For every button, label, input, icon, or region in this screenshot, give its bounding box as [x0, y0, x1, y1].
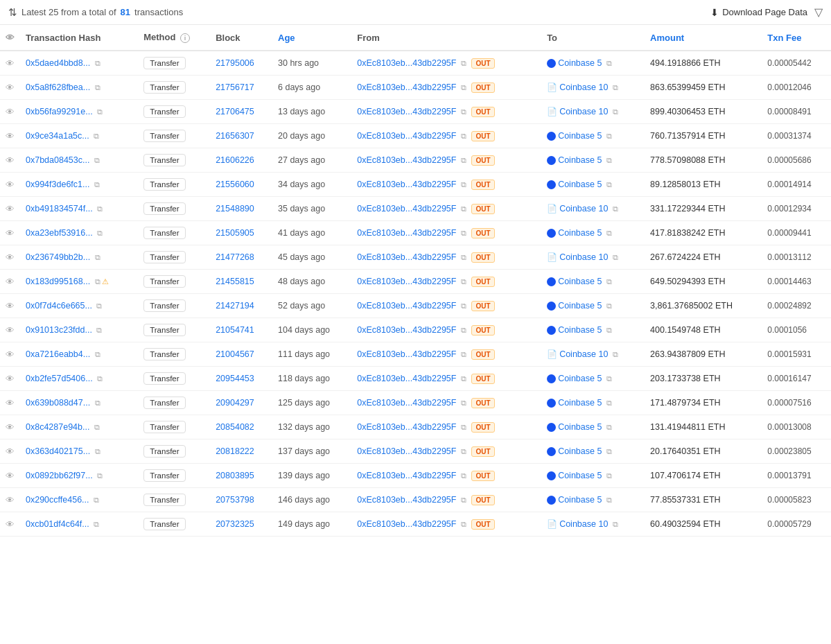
- to-address-link[interactable]: Coinbase 5: [558, 422, 602, 432]
- eye-icon[interactable]: 👁: [6, 519, 15, 530]
- copy-hash-icon[interactable]: ⧉: [94, 180, 100, 189]
- eye-icon[interactable]: 👁: [6, 495, 15, 505]
- tx-hash-link[interactable]: 0x9ce34a1a5c...: [26, 131, 89, 141]
- copy-hash-icon[interactable]: ⧉: [94, 423, 100, 431]
- block-link[interactable]: 21477268: [216, 252, 254, 262]
- copy-to-icon[interactable]: ⧉: [606, 59, 612, 67]
- block-link[interactable]: 20753798: [216, 495, 254, 505]
- from-address-link[interactable]: 0xEc8103eb...43db2295F: [357, 349, 456, 359]
- tx-hash-link[interactable]: 0xcb01df4c64f...: [26, 519, 89, 529]
- to-address-link[interactable]: Coinbase 10: [559, 349, 608, 359]
- block-link[interactable]: 21656307: [216, 131, 254, 141]
- tx-hash-link[interactable]: 0x183d995168...: [26, 277, 90, 286]
- to-address-link[interactable]: Coinbase 5: [558, 58, 602, 68]
- to-address-link[interactable]: Coinbase 5: [558, 398, 602, 408]
- block-link[interactable]: 20854082: [216, 422, 254, 432]
- tx-hash-link[interactable]: 0x0f7d4c6e665...: [26, 301, 92, 311]
- from-address-link[interactable]: 0xEc8103eb...43db2295F: [357, 180, 456, 189]
- block-link[interactable]: 21548890: [216, 204, 254, 214]
- tx-hash-link[interactable]: 0xa7216eabb4...: [26, 349, 90, 359]
- to-address-link[interactable]: Coinbase 5: [558, 495, 602, 505]
- copy-to-icon[interactable]: ⧉: [606, 447, 612, 455]
- copy-to-icon[interactable]: ⧉: [613, 83, 618, 92]
- copy-hash-icon[interactable]: ⧉: [94, 156, 100, 164]
- to-address-link[interactable]: Coinbase 5: [558, 374, 602, 383]
- eye-icon[interactable]: 👁: [6, 325, 15, 336]
- copy-hash-icon[interactable]: ⧉: [95, 59, 100, 67]
- to-address-link[interactable]: Coinbase 10: [559, 82, 608, 92]
- tx-hash-link[interactable]: 0xb56fa99291e...: [26, 107, 93, 116]
- copy-from-icon[interactable]: ⧉: [461, 107, 466, 116]
- copy-from-icon[interactable]: ⧉: [461, 326, 466, 334]
- from-address-link[interactable]: 0xEc8103eb...43db2295F: [357, 495, 456, 505]
- copy-hash-icon[interactable]: ⧉: [95, 447, 100, 455]
- tx-hash-link[interactable]: 0x5daed4bbd8...: [26, 58, 90, 68]
- copy-from-icon[interactable]: ⧉: [461, 229, 466, 237]
- to-address-link[interactable]: Coinbase 5: [558, 131, 602, 141]
- copy-to-icon[interactable]: ⧉: [606, 132, 612, 140]
- from-address-link[interactable]: 0xEc8103eb...43db2295F: [357, 107, 456, 116]
- to-address-link[interactable]: Coinbase 5: [558, 228, 602, 238]
- from-address-link[interactable]: 0xEc8103eb...43db2295F: [357, 398, 456, 408]
- tx-hash-link[interactable]: 0x91013c23fdd...: [26, 325, 92, 335]
- copy-to-icon[interactable]: ⧉: [606, 423, 612, 431]
- from-address-link[interactable]: 0xEc8103eb...43db2295F: [357, 446, 456, 456]
- block-link[interactable]: 21706475: [216, 107, 254, 116]
- eye-icon[interactable]: 👁: [6, 301, 15, 311]
- copy-hash-icon[interactable]: ⧉: [95, 350, 100, 358]
- copy-hash-icon[interactable]: ⧉: [97, 107, 103, 116]
- copy-to-icon[interactable]: ⧉: [613, 350, 618, 358]
- eye-icon[interactable]: 👁: [6, 446, 15, 457]
- from-address-link[interactable]: 0xEc8103eb...43db2295F: [357, 228, 456, 238]
- copy-hash-icon[interactable]: ⧉: [94, 132, 99, 140]
- copy-to-icon[interactable]: ⧉: [606, 399, 612, 407]
- copy-from-icon[interactable]: ⧉: [461, 423, 466, 431]
- copy-from-icon[interactable]: ⧉: [461, 59, 466, 67]
- copy-hash-icon[interactable]: ⧉: [94, 496, 99, 504]
- block-link[interactable]: 20803895: [216, 471, 254, 480]
- tx-hash-link[interactable]: 0x994f3de6fc1...: [26, 180, 89, 189]
- copy-to-icon[interactable]: ⧉: [613, 107, 618, 116]
- copy-to-icon[interactable]: ⧉: [606, 326, 612, 334]
- copy-to-icon[interactable]: ⧉: [606, 471, 612, 480]
- tx-hash-link[interactable]: 0x363d402175...: [26, 446, 90, 456]
- copy-hash-icon[interactable]: ⧉: [95, 399, 100, 407]
- from-address-link[interactable]: 0xEc8103eb...43db2295F: [357, 277, 456, 286]
- eye-icon[interactable]: 👁: [6, 204, 15, 214]
- copy-to-icon[interactable]: ⧉: [606, 302, 612, 310]
- to-address-link[interactable]: Coinbase 10: [559, 252, 608, 262]
- copy-hash-icon[interactable]: ⧉: [97, 229, 103, 237]
- eye-icon[interactable]: 👁: [6, 58, 15, 69]
- block-link[interactable]: 20954453: [216, 374, 254, 383]
- to-address-link[interactable]: Coinbase 5: [558, 277, 602, 286]
- eye-icon[interactable]: 👁: [6, 349, 15, 360]
- block-link[interactable]: 21606226: [216, 155, 254, 165]
- copy-hash-icon[interactable]: ⧉: [97, 471, 103, 480]
- eye-icon[interactable]: 👁: [6, 180, 15, 190]
- copy-to-icon[interactable]: ⧉: [606, 496, 612, 504]
- copy-to-icon[interactable]: ⧉: [606, 374, 612, 383]
- block-link[interactable]: 21756717: [216, 82, 254, 92]
- from-address-link[interactable]: 0xEc8103eb...43db2295F: [357, 301, 456, 311]
- to-address-link[interactable]: Coinbase 5: [558, 446, 602, 456]
- from-address-link[interactable]: 0xEc8103eb...43db2295F: [357, 58, 456, 68]
- from-address-link[interactable]: 0xEc8103eb...43db2295F: [357, 155, 456, 165]
- to-address-link[interactable]: Coinbase 5: [558, 301, 602, 311]
- tx-hash-link[interactable]: 0x0892bb62f97...: [26, 471, 93, 480]
- block-link[interactable]: 21427194: [216, 301, 254, 311]
- copy-from-icon[interactable]: ⧉: [461, 496, 466, 504]
- eye-icon[interactable]: 👁: [6, 398, 15, 408]
- tx-hash-link[interactable]: 0x7bda08453c...: [26, 155, 89, 165]
- copy-from-icon[interactable]: ⧉: [461, 520, 466, 528]
- eye-icon[interactable]: 👁: [6, 228, 15, 238]
- copy-hash-icon[interactable]: ⧉: [95, 83, 100, 92]
- eye-icon[interactable]: 👁: [6, 131, 15, 141]
- to-address-link[interactable]: Coinbase 10: [559, 204, 608, 214]
- block-link[interactable]: 21556060: [216, 180, 254, 189]
- copy-from-icon[interactable]: ⧉: [461, 156, 466, 164]
- tx-hash-link[interactable]: 0x236749bb2b...: [26, 252, 90, 262]
- copy-hash-icon[interactable]: ⧉: [95, 253, 100, 261]
- eye-icon[interactable]: 👁: [6, 422, 15, 433]
- tx-hash-link[interactable]: 0xb491834574f...: [26, 204, 93, 214]
- copy-to-icon[interactable]: ⧉: [613, 253, 618, 261]
